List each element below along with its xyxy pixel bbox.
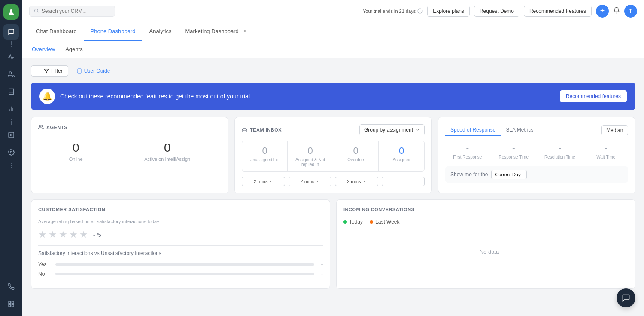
chevron-icon-0 (269, 180, 273, 183)
cards-row: AGENTS 0 Online 0 Active on IntelliAssig… (31, 117, 635, 193)
star-1: ★ (38, 229, 47, 240)
inbox-metric-unassigned: 0 Unassigned For (242, 141, 288, 171)
sor-response-time: - Response Time (492, 143, 536, 160)
no-data-text: No data (480, 249, 499, 255)
divider (38, 245, 323, 246)
team-inbox-card: TEAM INBOX Group by assignment 0 Unassig… (234, 117, 432, 193)
explore-plans-button[interactable]: Explore plans (427, 6, 470, 17)
svg-point-0 (10, 9, 12, 12)
group-by-select[interactable]: Group by assignment (359, 124, 425, 135)
incoming-title: INCOMING CONVERSATIONS (343, 207, 628, 212)
sidebar-icon-notifications[interactable] (3, 127, 19, 143)
svg-point-13 (34, 9, 38, 12)
brand-icon[interactable] (3, 4, 19, 20)
sat-bar-no (55, 273, 314, 275)
stars-row: ★ ★ ★ ★ ★ - /5 (38, 229, 323, 240)
search-input[interactable] (42, 8, 110, 14)
svg-marker-18 (44, 69, 49, 73)
agents-online: 0 Online (69, 141, 83, 162)
sat-bar-yes (55, 263, 314, 266)
chevron-down-icon (416, 128, 420, 132)
banner-recommended-button[interactable]: Recommended features (560, 90, 627, 102)
inbox-dropdowns: 2 mins 2 mins 2 mins (242, 177, 425, 186)
svg-rect-11 (12, 304, 14, 307)
sidebar-icon-settings[interactable] (3, 144, 19, 160)
sidebar (0, 0, 22, 316)
star-3: ★ (59, 229, 67, 240)
csat-title: CUSTOMER SATISFACTION (38, 207, 323, 212)
sor-first-response: - First Response (445, 143, 490, 160)
sidebar-icon-books[interactable] (3, 84, 19, 99)
agents-card: AGENTS 0 Online 0 Active on IntelliAssig… (31, 117, 228, 193)
toolbar: Filter User Guide (31, 65, 635, 77)
sub-tab-agents[interactable]: Agents (64, 41, 83, 58)
chat-fab[interactable] (617, 288, 635, 307)
trial-text: Your trial ends in 21 days (363, 8, 423, 14)
sidebar-icon-reports[interactable] (3, 49, 19, 65)
inbox-icon (242, 127, 247, 133)
book-icon (77, 68, 82, 74)
show-me-row: Show me for the Current Day Last 7 Days … (445, 166, 628, 183)
chevron-icon-1 (316, 180, 319, 183)
topbar-right: Your trial ends in 21 days Explore plans… (363, 5, 637, 18)
sor-header: Speed of Response SLA Metrics Median (445, 124, 628, 136)
add-button[interactable]: + (596, 5, 609, 18)
sub-tabs: Overview Agents (22, 41, 644, 58)
agents-metrics: 0 Online 0 Active on IntelliAssign (38, 137, 221, 170)
sor-tab-speed[interactable]: Speed of Response (445, 124, 501, 136)
topbar: Your trial ends in 21 days Explore plans… (22, 0, 644, 22)
sidebar-icon-contacts[interactable] (3, 67, 19, 82)
legend-dot-today (343, 220, 347, 224)
recommended-features-button[interactable]: Recommended Features (524, 6, 592, 17)
user-guide-button[interactable]: User Guide (73, 66, 114, 76)
tab-phone[interactable]: Phone Dashboard (84, 22, 143, 41)
sor-card: Speed of Response SLA Metrics Median - F… (438, 117, 635, 193)
search-icon (34, 8, 39, 14)
search-box[interactable] (29, 6, 115, 17)
info-icon (417, 8, 423, 14)
star-4: ★ (69, 229, 78, 240)
csat-card: CUSTOMER SATISFACTION Average rating bas… (31, 199, 330, 289)
banner-text: Check out these recommended features to … (60, 93, 555, 100)
sidebar-icon-phone[interactable] (3, 279, 19, 295)
svg-rect-10 (12, 301, 14, 304)
inbox-dropdown-3[interactable] (382, 177, 425, 186)
funnel-icon (44, 68, 49, 74)
legend-today: Today (343, 219, 363, 225)
inbox-metric-assigned-not-replied: 0 Assigned & Not replied In (288, 141, 333, 171)
satisfaction-sub: Satisfactory interactions vs Unsatisfact… (38, 250, 323, 256)
inbox-dropdown-0[interactable]: 2 mins (242, 177, 285, 186)
inbox-dropdown-2[interactable]: 2 mins (335, 177, 378, 186)
svg-point-1 (9, 72, 11, 74)
chart-container: No. of conversations No data (343, 230, 628, 282)
main-area: Your trial ends in 21 days Explore plans… (22, 0, 644, 316)
legend-dot-lastweek (370, 220, 373, 224)
bell-icon[interactable] (613, 7, 620, 15)
sidebar-icon-grid[interactable] (3, 296, 19, 312)
csat-subtitle: Average rating based on all satisfactory… (38, 219, 323, 224)
sidebar-dots-3 (11, 163, 12, 168)
tab-close-marketing[interactable]: ✕ (243, 28, 247, 34)
agents-title: AGENTS (38, 124, 221, 130)
median-select[interactable]: Median (601, 125, 628, 135)
tab-marketing[interactable]: Marketing Dashboard ✕ (179, 22, 254, 41)
filter-button[interactable]: Filter (31, 65, 68, 77)
banner: 🔔 Check out these recommended features t… (31, 83, 635, 110)
incoming-legend: Today Last Week (343, 219, 628, 225)
chart-area: No data (350, 230, 628, 273)
filter-icon (36, 68, 42, 74)
avatar[interactable]: T (624, 5, 637, 18)
rating-text: - /5 (93, 232, 101, 238)
banner-icon: 🔔 (39, 89, 55, 104)
svg-point-8 (10, 151, 12, 153)
period-select[interactable]: Current Day Last 7 Days Last 30 Days (491, 170, 527, 179)
sidebar-icon-analytics[interactable] (3, 101, 19, 117)
request-demo-button[interactable]: Request Demo (474, 6, 519, 17)
sidebar-icon-chat[interactable] (3, 24, 19, 40)
bottom-row: CUSTOMER SATISFACTION Average rating bas… (31, 199, 635, 289)
sub-tab-overview[interactable]: Overview (31, 41, 56, 58)
sor-tab-sla[interactable]: SLA Metrics (501, 124, 538, 136)
inbox-dropdown-1[interactable]: 2 mins (289, 177, 332, 186)
tab-analytics[interactable]: Analytics (142, 22, 178, 41)
tab-chat[interactable]: Chat Dashboard (29, 22, 84, 41)
